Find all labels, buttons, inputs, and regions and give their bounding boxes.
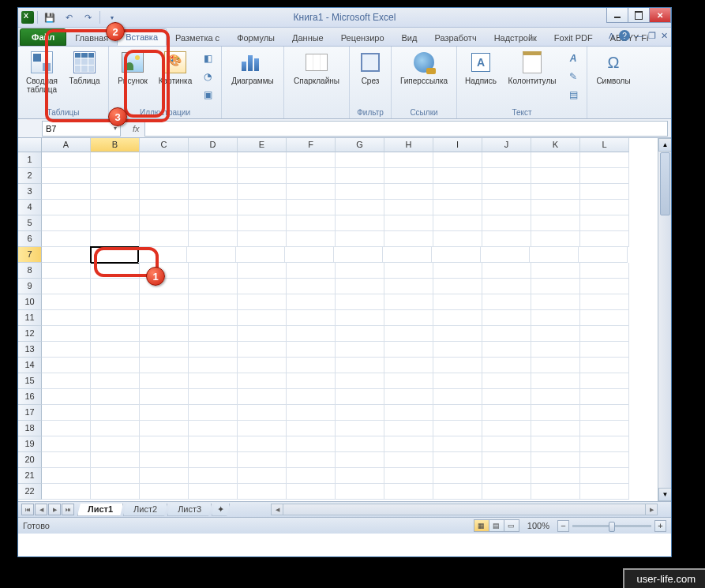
cell[interactable] (189, 421, 238, 436)
cell[interactable] (189, 231, 238, 247)
column-header[interactable]: B (91, 138, 140, 152)
hyperlink-button[interactable]: Гиперссылка (395, 48, 453, 87)
cell[interactable] (238, 200, 287, 215)
cell[interactable] (531, 168, 580, 184)
cell[interactable] (140, 373, 189, 389)
cell[interactable] (531, 294, 580, 310)
undo-icon[interactable]: ↶ (60, 9, 77, 25)
cell[interactable] (287, 310, 336, 326)
tab-file[interactable]: Файл (20, 28, 66, 46)
sheet-tab-1[interactable]: Лист1 (77, 504, 123, 516)
column-header[interactable]: I (433, 138, 482, 152)
tab-formulas[interactable]: Формулы (228, 28, 283, 46)
zoom-level[interactable]: 100% (527, 521, 549, 530)
cell[interactable] (531, 263, 580, 279)
cell[interactable] (482, 310, 531, 326)
cell[interactable] (336, 326, 384, 342)
cell[interactable] (482, 263, 531, 279)
cell[interactable] (42, 152, 91, 168)
cell[interactable] (189, 389, 238, 405)
zoom-in-button[interactable]: + (654, 520, 666, 532)
row-header[interactable]: 2 (18, 168, 42, 184)
textbox-button[interactable]: A Надпись (460, 48, 501, 87)
cell[interactable] (238, 405, 287, 421)
cell[interactable] (531, 342, 580, 358)
symbols-button[interactable]: Ω Символы (591, 48, 636, 87)
cell[interactable] (287, 436, 336, 452)
cell[interactable] (384, 215, 433, 231)
cell[interactable] (433, 310, 482, 326)
cell[interactable] (580, 231, 629, 247)
cell[interactable] (580, 310, 629, 326)
cell[interactable] (42, 310, 91, 326)
cell[interactable] (238, 152, 287, 168)
cell[interactable] (42, 215, 91, 231)
cell[interactable] (285, 247, 334, 263)
cell[interactable] (580, 436, 629, 452)
close-button[interactable] (649, 8, 671, 23)
row-header[interactable]: 9 (18, 279, 42, 294)
cell[interactable] (482, 294, 531, 310)
cell[interactable] (481, 247, 530, 263)
cell[interactable] (140, 231, 189, 247)
pivot-table-button[interactable]: Сводная таблица (21, 48, 62, 96)
cell[interactable] (238, 215, 287, 231)
column-header[interactable]: F (287, 138, 336, 152)
cell[interactable] (42, 168, 91, 184)
cell[interactable] (189, 310, 238, 326)
cell[interactable] (238, 436, 287, 452)
cell[interactable] (140, 421, 189, 436)
object-icon[interactable]: ▤ (564, 86, 582, 103)
cell[interactable] (287, 294, 336, 310)
column-header[interactable]: K (531, 138, 580, 152)
cell[interactable] (91, 231, 140, 247)
cell[interactable] (482, 358, 531, 373)
cells-area[interactable] (42, 152, 671, 501)
cell[interactable] (287, 326, 336, 342)
cell[interactable] (42, 358, 91, 373)
row-header[interactable]: 7 (18, 247, 42, 263)
cell[interactable] (42, 421, 91, 436)
normal-view-icon[interactable]: ▦ (474, 519, 489, 532)
cell[interactable] (42, 452, 91, 468)
cell[interactable] (482, 326, 531, 342)
tab-view[interactable]: Вид (393, 28, 426, 46)
cell[interactable] (189, 405, 238, 421)
cell[interactable] (580, 326, 629, 342)
cell[interactable] (384, 200, 433, 215)
cell[interactable] (287, 184, 336, 200)
cell[interactable] (91, 342, 140, 358)
cell[interactable] (91, 184, 140, 200)
cell[interactable] (579, 247, 628, 263)
column-header[interactable]: G (336, 138, 384, 152)
cell[interactable] (580, 484, 629, 500)
page-layout-view-icon[interactable]: ▤ (489, 519, 504, 532)
cell[interactable] (140, 184, 189, 200)
cell[interactable] (140, 215, 189, 231)
cell[interactable] (433, 231, 482, 247)
row-header[interactable]: 14 (18, 358, 42, 373)
cell[interactable] (189, 168, 238, 184)
cell[interactable] (189, 468, 238, 484)
cell[interactable] (384, 468, 433, 484)
cell[interactable] (42, 200, 91, 215)
cell[interactable] (287, 389, 336, 405)
cell[interactable] (384, 389, 433, 405)
cell[interactable] (482, 231, 531, 247)
row-header[interactable]: 1 (18, 152, 42, 168)
cell[interactable] (580, 468, 629, 484)
cell[interactable] (531, 231, 580, 247)
row-header[interactable]: 15 (18, 373, 42, 389)
cell[interactable] (384, 294, 433, 310)
cell[interactable] (482, 342, 531, 358)
doc-restore-icon[interactable]: ❐ (648, 31, 656, 41)
cell[interactable] (336, 200, 384, 215)
cell[interactable] (189, 358, 238, 373)
cell[interactable] (580, 184, 629, 200)
charts-button[interactable]: Диаграммы (225, 48, 280, 87)
cell[interactable] (287, 421, 336, 436)
cell[interactable] (580, 405, 629, 421)
cell[interactable] (238, 421, 287, 436)
row-header[interactable]: 16 (18, 389, 42, 405)
doc-close-icon[interactable]: ✕ (661, 31, 668, 41)
